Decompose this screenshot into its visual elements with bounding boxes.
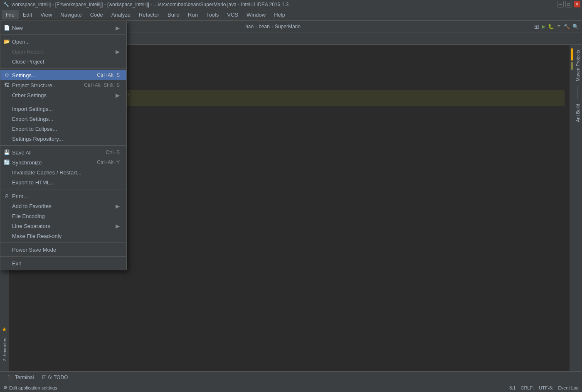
favorites-label[interactable]: 2: Favorites — [1, 334, 8, 365]
menu-other-settings-label: Other Settings — [12, 92, 47, 98]
menu-refactor[interactable]: Refactor — [135, 10, 163, 20]
menu-invalidate-caches[interactable]: Invalidate Caches / Restart... — [0, 167, 126, 177]
menu-invalidate-caches-label: Invalidate Caches / Restart... — [12, 169, 81, 176]
menu-edit[interactable]: Edit — [19, 10, 36, 20]
menu-power-save-label: Power Save Mode — [12, 247, 56, 253]
menu-code[interactable]: Code — [86, 10, 107, 20]
menu-import-settings[interactable]: Import Settings... — [0, 104, 126, 114]
separator-4 — [0, 145, 126, 146]
bottom-tabs: ⬛ Terminal ☑ 6: TODO — [0, 371, 582, 383]
menu-window[interactable]: Window — [242, 10, 270, 20]
debug-icon[interactable]: 🐛 — [548, 24, 554, 29]
app-icon: 🔧 — [3, 2, 9, 7]
play-icon[interactable]: ▶ — [542, 24, 545, 29]
menu-open-recent[interactable]: Open Recent ▶ — [0, 47, 126, 56]
open-icon: 📂 — [3, 39, 10, 44]
menu-settings-repo-label: Settings Repository... — [12, 136, 63, 142]
project-structure-shortcut: Ctrl+Alt+Shift+S — [84, 82, 120, 88]
menu-export-html-label: Export to HTML... — [12, 179, 54, 186]
menu-exit-label: Exit — [12, 260, 21, 267]
menu-file[interactable]: File — [2, 10, 19, 20]
right-sidebar: Maven Projects Ant Build — [573, 45, 582, 371]
menu-new[interactable]: 📄 New ▶ — [0, 23, 126, 33]
menu-synchronize-label: Synchronize — [12, 159, 42, 166]
menu-export-eclipse[interactable]: Export to Eclipse... — [0, 124, 126, 134]
menu-build[interactable]: Build — [163, 10, 184, 20]
favorites-arrow: ▶ — [116, 203, 120, 209]
menu-save-all[interactable]: 💾 Save All Ctrl+S — [0, 147, 126, 157]
menu-export-settings[interactable]: Export Settings... — [0, 114, 126, 124]
menu-settings-repo[interactable]: Settings Repository... — [0, 134, 126, 144]
breadcrumb-hao[interactable]: hao — [245, 24, 254, 29]
menu-settings[interactable]: ⚙ Settings... Ctrl+Alt+S — [0, 70, 126, 80]
menu-project-structure[interactable]: 🏗 Project Structure... Ctrl+Alt+Shift+S — [0, 80, 126, 90]
menu-navigate[interactable]: Navigate — [56, 10, 86, 20]
breadcrumb-bean[interactable]: bean — [259, 24, 270, 29]
separator-1 — [0, 34, 126, 35]
menu-run[interactable]: Run — [184, 10, 202, 20]
separator-5 — [0, 189, 126, 189]
menu-view[interactable]: View — [36, 10, 56, 20]
settings-icon: ⚙ — [3, 72, 10, 78]
menu-file-encoding[interactable]: File Encoding — [0, 211, 126, 221]
search-everywhere-icon[interactable]: 🔍 — [572, 24, 579, 29]
menu-help[interactable]: Help — [270, 10, 289, 20]
breadcrumb-supermario[interactable]: SuperMario — [275, 24, 301, 29]
menu-new-label: New — [12, 25, 23, 31]
open-recent-arrow: ▶ — [116, 49, 120, 55]
menu-project-structure-label: Project Structure... — [12, 82, 57, 88]
new-icon: 📄 — [3, 25, 10, 31]
menu-settings-label: Settings... — [12, 72, 36, 78]
menu-line-separators[interactable]: Line Separators ▶ — [0, 221, 126, 231]
menu-exit[interactable]: Exit — [0, 258, 126, 268]
status-lineending[interactable]: CRLF: — [520, 385, 534, 390]
menu-save-all-label: Save All — [12, 149, 32, 156]
sync-icon: 🔄 — [3, 159, 10, 165]
breadcrumb-sep-1: › — [255, 24, 257, 29]
status-position: 8:1 — [509, 385, 515, 390]
menu-tools[interactable]: Tools — [202, 10, 223, 20]
menu-other-settings[interactable]: Other Settings ▶ — [0, 90, 126, 100]
build-icon[interactable]: 🔨 — [564, 24, 570, 29]
menu-analyze[interactable]: Analyze — [107, 10, 135, 20]
coverage-icon[interactable]: ☂ — [557, 24, 561, 29]
other-settings-arrow: ▶ — [116, 92, 120, 98]
status-eventlog[interactable]: Event Log — [558, 385, 579, 390]
edit-app-settings-label[interactable]: Edit application settings — [9, 385, 57, 390]
menu-bar: File Edit View Navigate Code Analyze Ref… — [0, 9, 582, 21]
menu-make-readonly-label: Make File Read-only — [12, 233, 62, 239]
menu-vcs[interactable]: VCS — [223, 10, 242, 20]
bottom-tab-terminal[interactable]: ⬛ Terminal — [3, 374, 38, 381]
maximize-button[interactable]: □ — [565, 1, 572, 7]
ant-build-label[interactable]: Ant Build — [575, 100, 581, 125]
title-text: workspace_intellij - [F:\workspace_intel… — [12, 2, 579, 7]
save-all-shortcut: Ctrl+S — [106, 149, 120, 155]
menu-export-html[interactable]: Export to HTML... — [0, 177, 126, 187]
columns-icon[interactable]: ⊞ — [534, 23, 539, 30]
menu-open[interactable]: 📂 Open... — [0, 37, 126, 47]
menu-power-save[interactable]: Power Save Mode — [0, 245, 126, 255]
menu-print-label: Print... — [12, 193, 28, 199]
menu-print[interactable]: 🖨 Print... — [0, 191, 126, 201]
menu-make-readonly[interactable]: Make File Read-only — [0, 231, 126, 241]
close-button[interactable]: ✕ — [574, 1, 580, 7]
menu-close-project[interactable]: Close Project — [0, 56, 126, 66]
status-settings-icon[interactable]: ⚙ — [3, 385, 7, 390]
menu-add-favorites[interactable]: Add to Favorites ▶ — [0, 201, 126, 211]
maven-projects-label[interactable]: Maven Projects — [575, 47, 581, 85]
menu-synchronize[interactable]: 🔄 Synchronize Ctrl+Alt+Y — [0, 157, 126, 167]
sync-shortcut: Ctrl+Alt+Y — [97, 159, 120, 165]
new-arrow: ▶ — [116, 25, 120, 31]
breadcrumb-sep-2: › — [271, 24, 273, 29]
breadcrumb: hao › bean › SuperMario — [245, 24, 301, 29]
title-bar: 🔧 workspace_intellij - [F:\workspace_int… — [0, 0, 582, 9]
status-encoding[interactable]: UTF-8: — [539, 385, 553, 390]
bottom-tab-todo[interactable]: ☑ 6: TODO — [38, 374, 72, 381]
line-sep-arrow: ▶ — [116, 223, 120, 229]
sidebar-sep — [577, 86, 578, 99]
separator-3 — [0, 102, 126, 102]
menu-line-separators-label: Line Separators — [12, 223, 50, 229]
separator-7 — [0, 256, 126, 257]
menu-export-eclipse-label: Export to Eclipse... — [12, 126, 57, 132]
minimize-button[interactable]: ─ — [557, 1, 564, 7]
